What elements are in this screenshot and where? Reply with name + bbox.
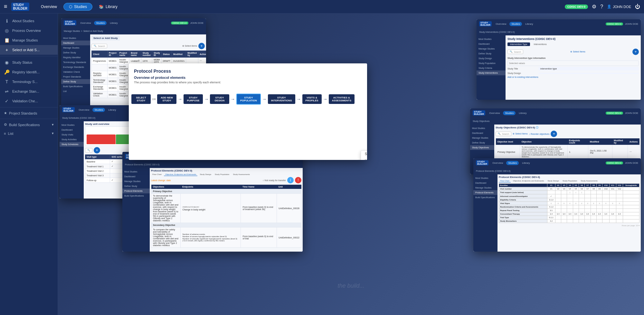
- win3-sidebar-define[interactable]: Define Study: [477, 51, 506, 56]
- win3-sidebar-manage[interactable]: Manage Studies: [477, 46, 506, 51]
- win4-sidebar-dashboard[interactable]: Dashboard: [60, 127, 84, 132]
- table-row[interactable]: To compare the safety and tolerability o…: [151, 227, 301, 248]
- sidebar-item-project-standards[interactable]: ★ Project Standards: [0, 109, 58, 117]
- win7-tab-overview[interactable]: Overview: [490, 161, 505, 165]
- logout-icon[interactable]: ⏻: [635, 4, 640, 10]
- win5-tab-study-design[interactable]: Study Design: [198, 173, 213, 176]
- step-study-population[interactable]: STUDYPOPULATION: [236, 94, 261, 105]
- win4-sidebar-studies[interactable]: Most Studies: [60, 123, 84, 127]
- win6-sidebar-objectives[interactable]: Study Objectives: [470, 145, 494, 150]
- sidebar-item-manage-studies[interactable]: 📋 Manage Studies: [0, 35, 58, 45]
- win4-add-btn[interactable]: +: [94, 147, 100, 153]
- win7-tab-study-design[interactable]: Study Design: [546, 180, 560, 182]
- win3-tab-library[interactable]: Library: [523, 22, 535, 26]
- win4-tab-overview[interactable]: Overview: [77, 108, 91, 112]
- win1-sidebar-terminology[interactable]: Terminology Standards: [61, 60, 90, 65]
- win6-tab-library[interactable]: Library: [517, 111, 528, 115]
- win3-tab-interventions[interactable]: Interventions: [531, 42, 549, 46]
- nav-tab-studies[interactable]: ⬡ Studies: [63, 3, 92, 11]
- win6-reorder[interactable]: ↕ Reorder objectives: [529, 133, 550, 135]
- win3-sidebar-study-criteria[interactable]: Study Criteria: [477, 66, 506, 70]
- win7-sidebar-dashboard[interactable]: Dashboard: [473, 181, 497, 185]
- win7-tab-flowchart[interactable]: Flow Chart: [499, 180, 511, 182]
- win5-tab-objectives[interactable]: Objective, Endpoints and Estimands: [164, 173, 197, 176]
- step-add-new-study[interactable]: ADD NEWSTUDY: [157, 94, 176, 104]
- table-row[interactable]: Randomisation Criteria and Assessments 4…: [499, 205, 639, 209]
- win5-tab-flowchart[interactable]: Flow Chart: [151, 173, 163, 176]
- win3-add-btn[interactable]: +: [632, 49, 639, 55]
- win4-tab-studies[interactable]: Studies: [92, 108, 105, 112]
- win5-sidebar-protocol[interactable]: Protocol Elements: [122, 189, 150, 193]
- win3-sidebar-studies[interactable]: Most Studies: [477, 37, 506, 42]
- dropdown-study-population[interactable]: Study Population: [361, 151, 367, 157]
- sidebar-item-build-specifications[interactable]: ⚙ Build Specifications ▾: [0, 120, 58, 129]
- hamburger-menu[interactable]: ≡: [4, 3, 7, 10]
- win7-tab-studies[interactable]: Studies: [506, 161, 519, 165]
- win5-action-btn[interactable]: !: [295, 177, 301, 183]
- table-row[interactable]: To demonstrate the superiority of Semagl…: [151, 194, 301, 223]
- table-row[interactable]: Eligibility Criteria 3.1.2: [499, 198, 639, 202]
- step-study-design[interactable]: STUDYDESIGN: [210, 94, 229, 104]
- win3-tab-studies[interactable]: Studies: [509, 22, 522, 26]
- table-row[interactable]: Vital Signs ○○○○○○○○○○○○: [499, 202, 639, 205]
- step-study-purpose[interactable]: STUDYPURPOSE: [184, 94, 203, 104]
- win6-tab-studies[interactable]: Studies: [503, 111, 516, 115]
- win3-search[interactable]: 🔍 Search: [507, 50, 523, 54]
- step-select-study[interactable]: SELECTSTUDY: [131, 94, 151, 104]
- win1-sidebar-validation[interactable]: Validation Check: [61, 69, 90, 74]
- settings-icon[interactable]: ⚙: [592, 4, 596, 10]
- win6-sidebar-manage[interactable]: Manage Studies: [470, 135, 494, 140]
- sidebar-item-exchange[interactable]: ⇌ Exchange Stan...: [0, 87, 58, 96]
- win3-sidebar-interventions[interactable]: Study Interventions: [477, 70, 506, 75]
- win7-tab-study-population[interactable]: Study Population: [561, 180, 578, 182]
- table-row[interactable]: Visit number V1V2V3V4V5V6V7V8V9V10V11V12: [499, 187, 639, 191]
- win3-sidebar-study-pop[interactable]: Study Population: [477, 61, 506, 66]
- sidebar-item-study-status[interactable]: ◉ Study Status: [0, 58, 58, 67]
- win5-sidebar-build[interactable]: Build Specifications: [122, 193, 150, 198]
- win3-select-items[interactable]: ⊕ Select Items: [570, 51, 585, 53]
- sidebar-item-validation[interactable]: ✓ Validation Che...: [0, 96, 58, 106]
- win7-sidebar-manage[interactable]: Manage Studies: [473, 185, 497, 190]
- win1-sidebar-dashboard[interactable]: Dashboard: [61, 41, 90, 45]
- win3-sidebar-dashboard[interactable]: Dashboard: [477, 42, 506, 46]
- win7-sidebar-build[interactable]: Build Specifications: [473, 195, 497, 200]
- win5-sidebar-studies[interactable]: Most Studies: [122, 169, 150, 174]
- win6-sidebar-studies[interactable]: Most Studies: [470, 126, 494, 131]
- win1-tab-studies[interactable]: Studies: [94, 21, 107, 25]
- win5-info-btn[interactable]: i: [287, 177, 294, 183]
- nav-tab-overview[interactable]: Overview: [36, 3, 62, 10]
- win1-tab-overview[interactable]: Overview: [78, 21, 93, 25]
- win7-sidebar-protocol[interactable]: Protocol Elements: [473, 190, 497, 195]
- win3-tab-intervention-type[interactable]: Intervention Type: [507, 42, 530, 46]
- win4-sidebar-schedules[interactable]: Study Schedules: [60, 142, 84, 147]
- win3-tab-overview[interactable]: Overview: [494, 22, 508, 26]
- win1-sidebar-define[interactable]: Define Study: [61, 50, 90, 55]
- win1-add-btn[interactable]: +: [198, 43, 205, 49]
- win1-tab-library[interactable]: Library: [108, 21, 119, 25]
- win5-sidebar-dashboard[interactable]: Dashboard: [122, 174, 150, 179]
- sidebar-item-about-studies[interactable]: ℹ About Studies: [0, 16, 58, 26]
- step-study-interventions[interactable]: STUDYINTERVENTIONS: [268, 94, 295, 104]
- table-row[interactable]: Repeat Panel Testing 3.1: [499, 209, 639, 212]
- win1-select-items[interactable]: ⊕ Select items: [182, 45, 197, 47]
- sidebar-item-select-add-study[interactable]: + Select or Add S...: [0, 45, 58, 55]
- win1-sidebar-exchange[interactable]: Exchange Standards: [61, 65, 90, 69]
- win1-sidebar-manage[interactable]: Manage Studies: [61, 45, 90, 50]
- table-row[interactable]: Study Biomarkers 4.2: [499, 219, 639, 223]
- win4-sidebar-visits[interactable]: Study Visits: [60, 132, 84, 137]
- table-row[interactable]: Trial Type 0.1.1: [499, 216, 639, 219]
- sidebar-item-list[interactable]: ≡ List ▾: [0, 129, 58, 138]
- win7-sidebar-studies[interactable]: Most Studies: [473, 176, 497, 181]
- win5-tab-assessments[interactable]: Study Assessments: [232, 173, 251, 176]
- win1-search[interactable]: 🔍 Search: [91, 44, 107, 48]
- sidebar-item-registry[interactable]: 🔑 Registry Identifi...: [0, 67, 58, 77]
- win4-tab-library[interactable]: Library: [106, 108, 118, 112]
- win1-sidebar-studies[interactable]: Most Studies: [61, 36, 90, 41]
- win7-tab-assessments[interactable]: Study Assessments: [579, 180, 599, 182]
- table-row[interactable]: Concomitant Therapy 3.43.43.43.43.43.43.…: [499, 212, 639, 216]
- sidebar-item-process-overview[interactable]: ◎ Process Overview: [0, 26, 58, 35]
- win3-sidebar-study-design[interactable]: Study Design: [477, 56, 506, 61]
- win7-tab-library[interactable]: Library: [520, 161, 532, 165]
- win1-sidebar-build[interactable]: Build Specifications: [61, 84, 90, 89]
- nav-tab-library[interactable]: 📚 Library: [94, 3, 123, 10]
